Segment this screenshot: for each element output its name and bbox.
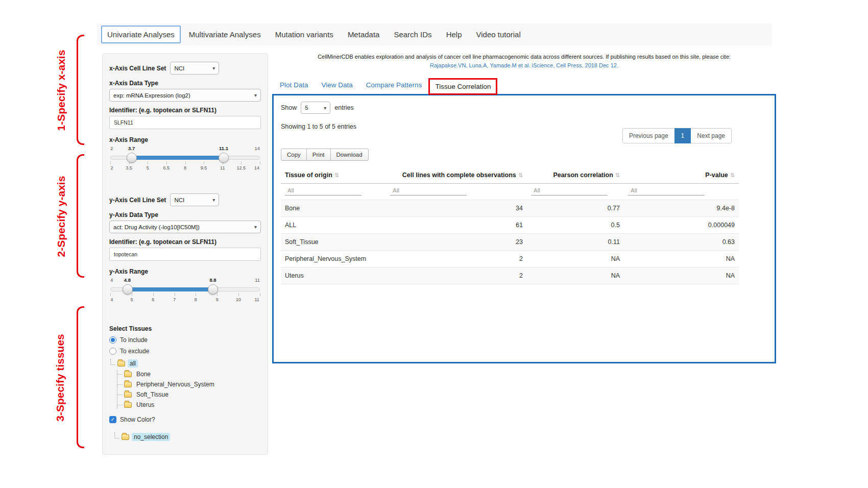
subtab-view-data[interactable]: View Data <box>315 77 359 93</box>
tissue-correlation-panel: Show 5 ▾ entries Showing 1 to 5 of 5 ent… <box>272 94 776 363</box>
y-slider-fill <box>128 287 212 291</box>
filter-pearson-correlation-input[interactable] <box>531 186 608 196</box>
table-row[interactable]: Bone 34 0.77 9.4e-8 <box>281 200 739 217</box>
y-slider-track[interactable] <box>110 287 260 291</box>
annotation-specify-tissues: 3-Specify tissues <box>54 332 66 424</box>
annotation-bracket-tissues <box>77 306 84 448</box>
y-slider-min: 4 <box>110 277 113 283</box>
tree-node-all[interactable]: all <box>110 359 261 368</box>
table-filter-row <box>281 184 739 200</box>
to-exclude-label: To exclude <box>120 348 149 355</box>
folder-icon <box>117 361 125 367</box>
y-identifier-label: Identifier: (e.g. topotecan or SLFN11) <box>109 238 261 246</box>
radio-selected-icon <box>109 336 116 344</box>
x-identifier-input[interactable] <box>109 116 261 129</box>
y-slider-tick-labels: 4 5 6 7 8 9 10 11 <box>110 297 260 303</box>
y-slider-max: 11 <box>255 277 260 283</box>
col-header-tissue-of-origin[interactable]: Tissue of origin⇅ <box>281 167 386 184</box>
pagination: Previous page 1 Next page <box>622 128 732 143</box>
chevron-down-icon: ▾ <box>254 92 257 98</box>
tab-univariate-analyses[interactable]: Univariate Analyses <box>101 26 181 43</box>
tree-node-uterus[interactable]: Uterus <box>117 401 261 409</box>
x-slider-handle-low[interactable] <box>127 153 137 163</box>
folder-icon <box>124 372 132 377</box>
sort-icon[interactable]: ⇅ <box>334 172 339 178</box>
filter-tissue-of-origin-input[interactable] <box>285 186 361 196</box>
previous-page-button[interactable]: Previous page <box>622 128 675 143</box>
to-include-radio[interactable]: To include <box>109 336 261 344</box>
table-row[interactable]: Peripheral_Nervous_System 2 NA NA <box>281 251 739 267</box>
x-slider-track[interactable] <box>110 156 260 160</box>
y-slider-handle-low[interactable] <box>123 284 133 295</box>
tab-mutation-variants[interactable]: Mutation variants <box>269 26 340 43</box>
sort-icon[interactable]: ⇅ <box>730 172 735 178</box>
annotation-bracket-y-axis <box>77 154 84 278</box>
to-include-label: To include <box>120 336 148 344</box>
tab-multivariate-analyses[interactable]: Multivariate Analyses <box>183 26 267 43</box>
filter-p-value-input[interactable] <box>628 186 705 196</box>
x-data-type-select[interactable]: exp: mRNA Expression (log2) ▾ <box>109 89 261 102</box>
x-slider-tick-labels: 2 3.5 5 6.5 8 9.5 11 12.5 14 <box>110 165 260 172</box>
tree-node-all-label: all <box>128 359 138 368</box>
download-button[interactable]: Download <box>330 149 369 161</box>
subtab-plot-data[interactable]: Plot Data <box>273 77 315 93</box>
tree-node-bone[interactable]: Bone <box>117 370 261 378</box>
tab-help[interactable]: Help <box>440 26 468 43</box>
x-slider-handle-high[interactable] <box>219 153 229 163</box>
chevron-down-icon: ▾ <box>254 224 257 230</box>
y-slider-to-value: 8.8 <box>209 277 216 283</box>
citation-link[interactable]: Rajapakse.VN, Luna.A, Yamade.M et al. iS… <box>272 61 776 70</box>
y-identifier-input[interactable] <box>109 248 261 261</box>
table-row[interactable]: Soft_Tissue 23 0.11 0.63 <box>281 234 739 251</box>
y-data-type-select[interactable]: act: Drug Activity (-log10[IC50M]) ▾ <box>109 221 261 233</box>
entries-label: entries <box>334 104 354 111</box>
x-slider-max: 14 <box>254 145 260 151</box>
tab-search-ids[interactable]: Search IDs <box>388 26 438 43</box>
col-header-cell-lines[interactable]: Cell lines with complete observations⇅ <box>386 167 527 184</box>
x-cell-line-set-select[interactable]: NCI ▾ <box>170 62 219 75</box>
y-slider-ticks <box>110 293 260 296</box>
subtab-tissue-correlation[interactable]: Tissue Correlation <box>428 78 497 95</box>
sort-icon[interactable]: ⇅ <box>615 172 620 178</box>
annotation-specify-y-axis: 2-Specify y-axis <box>55 170 67 262</box>
table-row[interactable]: ALL 61 0.5 0.000049 <box>281 217 739 234</box>
entries-count-value: 5 <box>305 105 308 111</box>
y-cell-line-set-select[interactable]: NCI ▾ <box>170 193 219 206</box>
folder-icon <box>124 392 132 398</box>
table-row[interactable]: Uterus 2 NA NA <box>281 267 739 284</box>
no-selection-label: no_selection <box>132 433 170 441</box>
entries-count-select[interactable]: 5 ▾ <box>301 102 330 114</box>
annotation-bracket-x-axis <box>77 35 84 145</box>
show-color-checkbox[interactable]: ✓ Show Color? <box>109 416 261 423</box>
to-exclude-radio[interactable]: To exclude <box>109 348 261 355</box>
filter-cell-lines-input[interactable] <box>390 186 467 196</box>
y-range-slider[interactable]: 4 4.8 8.8 11 4 5 6 7 8 9 10 11 <box>110 277 260 308</box>
show-entries-row: Show 5 ▾ entries <box>281 102 767 114</box>
sort-icon[interactable]: ⇅ <box>518 172 523 178</box>
x-range-slider[interactable]: 2 3.7 11.1 14 2 3.5 5 6.5 8 9.5 11 <box>110 145 260 176</box>
tree-node-soft-tissue[interactable]: Soft_Tissue <box>117 391 261 399</box>
x-slider-min: 2 <box>110 145 113 151</box>
page-number-button[interactable]: 1 <box>674 128 691 143</box>
citation-block: CellMinerCDB enables exploration and ana… <box>272 53 776 69</box>
col-header-pearson-correlation[interactable]: Pearson correlation⇅ <box>527 167 624 184</box>
x-cell-line-set-value: NCI <box>174 65 184 71</box>
tree-connector <box>114 432 119 438</box>
chevron-down-icon: ▾ <box>324 105 326 111</box>
subtab-compare-patterns[interactable]: Compare Patterns <box>359 77 429 93</box>
copy-button[interactable]: Copy <box>281 149 307 161</box>
tab-metadata[interactable]: Metadata <box>342 26 386 43</box>
tree-node-peripheral-nervous-system[interactable]: Peripheral_Nervous_System <box>117 380 261 388</box>
annotation-specify-x-axis: 1-Specify x-axis <box>55 44 67 136</box>
y-slider-handle-high[interactable] <box>208 284 218 295</box>
checkbox-checked-icon: ✓ <box>109 416 116 423</box>
tree-node-no-selection[interactable]: no_selection <box>114 432 261 442</box>
next-page-button[interactable]: Next page <box>690 128 732 143</box>
print-button[interactable]: Print <box>306 149 331 161</box>
table-export-buttons: Copy Print Download <box>281 149 767 161</box>
col-header-p-value[interactable]: P-value⇅ <box>624 167 739 184</box>
subtab-bar: Plot Data View Data Compare Patterns Tis… <box>272 77 776 93</box>
tab-video-tutorial[interactable]: Video tutorial <box>470 26 526 43</box>
folder-icon <box>124 402 132 408</box>
tree-children: Bone Peripheral_Nervous_System Soft_Tiss… <box>117 370 261 409</box>
